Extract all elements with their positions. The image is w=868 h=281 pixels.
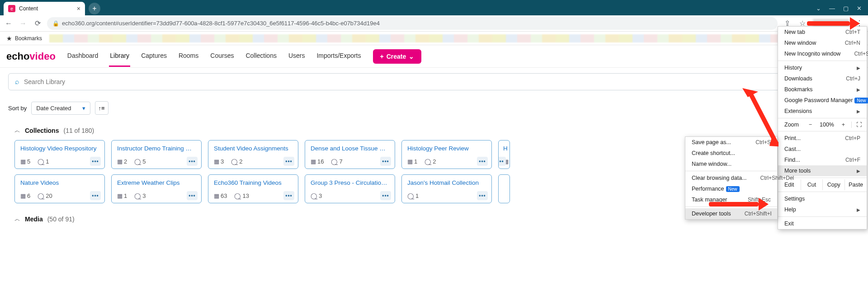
card-title: Nature Videos — [20, 179, 99, 186]
browser-tab[interactable]: e Content × — [4, 2, 85, 15]
app-header: echovideo DashboardLibraryCapturesRoomsC… — [0, 45, 868, 68]
search-input[interactable] — [24, 78, 853, 85]
collection-card[interactable]: H ▦1 ••• — [498, 140, 510, 169]
edit-paste[interactable]: Paste — [845, 179, 867, 190]
nav-item-importsexports[interactable]: Imports/Exports — [316, 46, 362, 67]
card-menu-button[interactable]: ••• — [90, 191, 101, 200]
reload-icon[interactable]: ⟳ — [33, 19, 42, 28]
menu-item-googlepasswordmanager[interactable]: Google Password ManagerNew — [778, 95, 867, 106]
sort-label: Sort by — [8, 105, 27, 112]
sort-select[interactable]: Date Created ▾ — [31, 102, 90, 115]
sort-row: Sort by Date Created ▾ ↑≡ — [8, 101, 860, 115]
card-title: Dense and Loose Tissue Revi... — [311, 145, 389, 152]
card-menu-button[interactable]: ••• — [283, 157, 294, 166]
fullscreen-icon[interactable]: ⛶ — [851, 122, 862, 128]
card-menu-button[interactable]: ••• — [187, 191, 198, 200]
user-icon: ◯̲ — [38, 192, 44, 199]
forward-icon[interactable]: → — [18, 19, 28, 28]
menu-item-newtab[interactable]: New tabCtrl+T — [778, 27, 867, 37]
nav-item-rooms[interactable]: Rooms — [178, 46, 199, 67]
maximize-icon[interactable]: ▢ — [843, 5, 849, 12]
nav-item-library[interactable]: Library — [109, 46, 130, 67]
submenu-item-createshortcut[interactable]: Create shortcut... — [685, 148, 777, 159]
edit-cut[interactable]: Cut — [801, 179, 823, 190]
url-input[interactable]: 🔒 echo360.org/content#userIdentifier=73d… — [47, 17, 778, 30]
create-button[interactable]: + Create ⌄ — [373, 49, 422, 64]
collection-card[interactable]: Histology Peer Review ▦1◯̲2 ••• — [401, 140, 492, 169]
bookmarks-label[interactable]: Bookmarks — [15, 35, 42, 42]
menu-item-help[interactable]: Help▶ — [778, 204, 867, 215]
menu-item-print[interactable]: Print...Ctrl+P — [778, 133, 867, 144]
media-icon: ▦ — [311, 158, 316, 165]
card-meta: ▦16◯̲7 — [311, 158, 389, 165]
chevron-down-icon[interactable]: ⌄ — [816, 5, 821, 12]
card-menu-button[interactable]: ••• — [90, 157, 101, 166]
card-menu-button[interactable]: ••• — [498, 157, 506, 166]
collection-card[interactable]: Instructor Demo Training Users ▦2◯̲5 ••• — [111, 140, 202, 169]
submenu-item-namewindow[interactable]: Name window... — [685, 159, 777, 169]
nav-item-users[interactable]: Users — [288, 46, 306, 67]
collection-card[interactable]: Dense and Loose Tissue Revi... ▦16◯̲7 ••… — [305, 140, 395, 169]
search-box[interactable]: ⌕ — [8, 73, 860, 90]
user-icon: ◯̲ — [311, 192, 317, 199]
card-title: H — [503, 145, 508, 152]
card-menu-button[interactable]: ••• — [477, 191, 488, 200]
menu-item-bookmarks[interactable]: Bookmarks▶ — [778, 84, 867, 95]
close-window-icon[interactable]: ✕ — [857, 5, 862, 12]
card-meta: ▦63◯̲13 — [214, 192, 292, 199]
collection-card[interactable]: Group 3 Preso - Circulation of ... ◯̲3 •… — [305, 174, 395, 203]
card-menu-button[interactable]: ••• — [380, 157, 391, 166]
media-icon: ▦ — [214, 192, 219, 199]
nav-item-captures[interactable]: Captures — [140, 46, 168, 67]
new-tab-button[interactable]: + — [89, 3, 100, 14]
media-icon: ▦ — [20, 158, 26, 165]
menu-item-settings[interactable]: Settings — [778, 193, 867, 204]
menu-item-extensions[interactable]: Extensions▶ — [778, 106, 867, 117]
menu-item-history[interactable]: History▶ — [778, 62, 867, 73]
card-menu-button[interactable]: ••• — [283, 191, 294, 200]
zoom-in-button[interactable]: + — [839, 122, 848, 128]
card-menu-button[interactable]: ••• — [477, 157, 488, 166]
back-icon[interactable]: ← — [4, 19, 14, 28]
menu-item-newwindow[interactable]: New windowCtrl+N — [778, 37, 867, 48]
zoom-out-button[interactable]: − — [806, 122, 815, 128]
section-count: (11 of 180) — [63, 127, 94, 134]
close-icon[interactable]: × — [77, 5, 80, 12]
collection-card[interactable]: Jason's Hotmail Collection ◯̲1 ••• — [401, 174, 492, 203]
submenu-item-clearbrowsingdata[interactable]: Clear browsing data...Ctrl+Shift+Del — [685, 173, 777, 183]
zoom-value: 100% — [818, 122, 835, 128]
nav-item-dashboard[interactable]: Dashboard — [66, 46, 99, 67]
collection-card[interactable]: Extreme Weather Clips ▦1◯̲3 ••• — [111, 174, 202, 203]
menu-item-downloads[interactable]: DownloadsCtrl+J — [778, 73, 867, 84]
menu-item-cast[interactable]: Cast... — [778, 144, 867, 155]
collection-card[interactable] — [498, 174, 510, 203]
collection-card[interactable]: Student Video Assignments ▦3◯̲2 ••• — [208, 140, 298, 169]
submenu-item-developertools[interactable]: Developer toolsCtrl+Shift+I — [685, 208, 777, 219]
section-header-collections[interactable]: ︿ Collections (11 of 180) — [14, 126, 860, 135]
bookmarks-blur — [49, 34, 862, 42]
submenu-item-performance[interactable]: PerformanceNew — [685, 183, 777, 194]
menu-item-newincognitowindow[interactable]: New Incognito windowCtrl+Shift+N — [778, 48, 867, 59]
user-icon: ◯̲ — [38, 158, 44, 165]
tab-favicon: e — [8, 5, 15, 12]
submenu-item-savepageas[interactable]: Save page as...Ctrl+S — [685, 137, 777, 148]
minimize-icon[interactable]: — — [829, 5, 835, 12]
menu-item-find[interactable]: Find...Ctrl+F — [778, 155, 867, 165]
collection-card[interactable]: Histology Video Respository ▦5◯̲1 ••• — [14, 140, 105, 169]
card-menu-button[interactable]: ••• — [380, 191, 391, 200]
logo-text-a: echo — [6, 51, 29, 62]
collection-card[interactable]: Echo360 Training Videos ▦63◯̲13 ••• — [208, 174, 298, 203]
menu-item-exit[interactable]: Exit — [778, 218, 867, 229]
collection-card[interactable]: Nature Videos ▦6◯̲20 ••• — [14, 174, 105, 203]
sort-direction-button[interactable]: ↑≡ — [95, 101, 108, 115]
card-meta: ◯̲1 — [407, 192, 486, 199]
card-title: Echo360 Training Videos — [214, 179, 292, 186]
card-title: Histology Peer Review — [407, 145, 486, 152]
nav-item-collections[interactable]: Collections — [245, 46, 277, 67]
edit-copy[interactable]: Copy — [823, 179, 845, 190]
submenu-item-taskmanager[interactable]: Task managerShift+Esc — [685, 194, 777, 205]
nav-item-courses[interactable]: Courses — [209, 46, 235, 67]
app-logo[interactable]: echovideo — [6, 51, 56, 62]
card-menu-button[interactable]: ••• — [187, 157, 198, 166]
media-icon: ▦ — [407, 158, 413, 165]
